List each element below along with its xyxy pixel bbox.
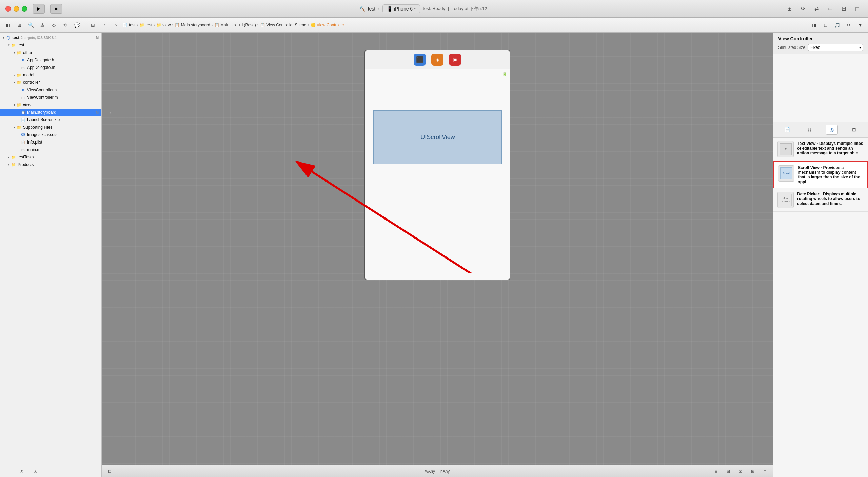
sidebar-item-main-storyboard[interactable]: 📋 Main.storyboard M bbox=[0, 109, 101, 116]
component-date-picker[interactable]: Jan1 2013 Date Picker - Displays multipl… bbox=[773, 188, 868, 212]
close-button[interactable] bbox=[5, 6, 11, 12]
appdelegate-m-label: AppDelegate.m bbox=[27, 65, 55, 70]
other-label: other bbox=[23, 50, 32, 55]
tab-grid[interactable]: ⊞ bbox=[848, 125, 860, 135]
scroll-view-component[interactable]: UIScrollView bbox=[373, 110, 502, 164]
model-label: model bbox=[23, 73, 34, 77]
issue-navigator-icon[interactable]: ⊞ bbox=[14, 20, 24, 30]
toggle-outline-icon[interactable]: ⊡ bbox=[104, 466, 115, 476]
sidebar-item-info-plist[interactable]: 📋 Info.plist bbox=[0, 138, 101, 146]
canvas-bottom-bar: ⊡ wAny hAny ⊞ ⊟ ⊠ ⊞ ◻ bbox=[102, 465, 773, 477]
folder-icon: 📁 bbox=[11, 42, 16, 48]
scroll-view-bold: Scroll View bbox=[798, 165, 820, 170]
maximize-button[interactable] bbox=[22, 6, 27, 12]
tab-circle[interactable]: ◎ bbox=[826, 125, 838, 135]
main-storyboard-label: Main.storyboard bbox=[27, 110, 56, 115]
sidebar-item-appdelegate-h[interactable]: h AppDelegate.h bbox=[0, 56, 101, 64]
filter-icon[interactable]: ⏱ bbox=[16, 467, 27, 477]
search-icon[interactable]: 🔍 bbox=[26, 20, 36, 30]
more-icon[interactable]: ▼ bbox=[855, 20, 865, 30]
refresh-icon[interactable]: ⟳ bbox=[797, 4, 808, 14]
folder-icon: 📁 bbox=[16, 102, 22, 108]
media-lib-icon[interactable]: 🎵 bbox=[832, 20, 842, 30]
tab-file[interactable]: 📄 bbox=[781, 125, 793, 135]
sidebar-item-launchscreen[interactable]: 📄 LaunchScreen.xib bbox=[0, 116, 101, 123]
sidebar-item-root[interactable]: ▾ ⬡ test 2 targets, iOS SDK 8.4 M bbox=[0, 34, 101, 41]
sidebar-item-images[interactable]: 🖼 Images.xcassets bbox=[0, 131, 101, 138]
scroll-view-label: UIScrollView bbox=[420, 134, 455, 141]
sidebar-item-testtests[interactable]: ▸ 📁 testTests bbox=[0, 153, 101, 161]
sidebar-icon[interactable]: ◧ bbox=[3, 20, 13, 30]
sidebar-item-appdelegate-m[interactable]: m AppDelegate.m bbox=[0, 64, 101, 71]
inspector-toggle-icon[interactable]: ◨ bbox=[809, 20, 819, 30]
breadcrumb-item-1[interactable]: test bbox=[129, 23, 135, 27]
grid-toggle-icon[interactable]: ⊞ bbox=[88, 20, 98, 30]
sidebar-item-test-group[interactable]: ▾ 📁 test bbox=[0, 41, 101, 49]
m-file-icon: m bbox=[20, 65, 26, 70]
m-file-icon: m bbox=[20, 95, 26, 100]
breadcrumb: 📄 test › 📁 test › 📁 view › 📋 Main.storyb… bbox=[122, 23, 808, 27]
fit-icon[interactable]: ◻ bbox=[760, 466, 770, 476]
date-picker-name: Date Picker - Displays multiple rotating… bbox=[797, 192, 864, 206]
resize-icon[interactable]: ⊠ bbox=[735, 466, 746, 476]
simulated-size-select[interactable]: Fixed ▾ bbox=[808, 44, 863, 51]
component-scroll-view[interactable]: Scroll Scroll View - Provides a mechanis… bbox=[773, 161, 868, 188]
component-text-view[interactable]: T Text View - Displays multiple lines of… bbox=[773, 138, 868, 161]
bookmark-icon[interactable]: ◇ bbox=[49, 20, 59, 30]
canvas-area[interactable]: → ⬛ ◈ ▣ 🔋 UIScrollView bbox=[102, 33, 773, 477]
constraint-icon[interactable]: ⊟ bbox=[723, 466, 734, 476]
warning-nav-icon[interactable]: ⚠ bbox=[30, 467, 41, 477]
separator: | bbox=[448, 6, 449, 11]
right-panel-title: View Controller bbox=[778, 36, 863, 41]
breadcrumb-item-7[interactable]: 🟡 View Controller bbox=[311, 23, 344, 27]
prev-icon[interactable]: ‹ bbox=[99, 20, 110, 30]
history-icon[interactable]: ⟲ bbox=[60, 20, 71, 30]
sidebar-item-view[interactable]: ▾ 📁 view bbox=[0, 101, 101, 109]
assistant-icon[interactable]: ◻ bbox=[852, 4, 863, 14]
stop-button[interactable]: ■ bbox=[50, 4, 62, 14]
sidebar-item-products[interactable]: ▸ 📁 Products bbox=[0, 161, 101, 168]
back-forward-icon[interactable]: ⇄ bbox=[811, 4, 822, 14]
breadcrumb-item-3[interactable]: 📁 view bbox=[156, 23, 171, 27]
breadcrumb-item-5[interactable]: 📋 Main.sto...rd (Base) bbox=[214, 23, 256, 27]
sidebar-item-other[interactable]: ▾ 📁 other bbox=[0, 49, 101, 56]
sidebar-item-model[interactable]: ▸ 📁 model bbox=[0, 71, 101, 79]
warning-icon[interactable]: ⚠ bbox=[37, 20, 47, 30]
chat-icon[interactable]: 💬 bbox=[72, 20, 82, 30]
plist-icon: 📋 bbox=[20, 139, 26, 145]
icon-red: ▣ bbox=[449, 54, 461, 66]
device-selector[interactable]: 📱 iPhone 6 ▾ bbox=[382, 4, 420, 13]
breadcrumb-item-6[interactable]: 📋 View Controller Scene bbox=[260, 23, 307, 27]
split-view-icon[interactable]: ⊟ bbox=[838, 4, 849, 14]
snip-icon[interactable]: ✂ bbox=[844, 20, 854, 30]
scroll-view-name: Scroll View - Provides a mechanism to di… bbox=[798, 165, 863, 184]
sidebar-toggle-icon[interactable]: ▭ bbox=[825, 4, 835, 14]
folder-icon: 📁 bbox=[16, 125, 22, 130]
info-plist-label: Info.plist bbox=[27, 140, 42, 145]
supporting-files-label: Supporting Files bbox=[23, 125, 53, 130]
controller-label: controller bbox=[23, 80, 40, 85]
title-bar: ▶ ■ 🔨 test › 📱 iPhone 6 ▾ test: Ready | … bbox=[0, 0, 868, 18]
root-badge: M bbox=[96, 36, 99, 40]
breadcrumb-item-4[interactable]: 📋 Main.storyboard bbox=[175, 23, 210, 27]
run-button[interactable]: ▶ bbox=[33, 4, 45, 14]
right-panel-spacer bbox=[773, 54, 868, 122]
tab-code[interactable]: {} bbox=[804, 125, 816, 135]
sidebar-item-controller[interactable]: ▾ 📁 controller bbox=[0, 79, 101, 86]
right-panel-header: View Controller Simulated Size Fixed ▾ bbox=[773, 33, 868, 54]
zoom-icon[interactable]: ⊞ bbox=[747, 466, 758, 476]
object-lib-icon[interactable]: □ bbox=[821, 20, 831, 30]
minimize-button[interactable] bbox=[14, 6, 19, 12]
add-item-button[interactable]: + bbox=[3, 467, 14, 477]
folder-icon: 📁 bbox=[11, 162, 16, 167]
appdelegate-h-label: AppDelegate.h bbox=[27, 58, 54, 62]
sidebar-item-viewcontroller-h[interactable]: h ViewController.h bbox=[0, 86, 101, 94]
sidebar-item-main-m[interactable]: m main.m bbox=[0, 146, 101, 153]
sidebar: ▾ ⬡ test 2 targets, iOS SDK 8.4 M ▾ 📁 te… bbox=[0, 33, 102, 477]
next-icon[interactable]: › bbox=[111, 20, 121, 30]
sidebar-item-viewcontroller-m[interactable]: m ViewController.m bbox=[0, 94, 101, 101]
grid-view-icon[interactable]: ⊞ bbox=[784, 4, 795, 14]
breadcrumb-item-2[interactable]: 📁 test bbox=[139, 23, 152, 27]
align-icon[interactable]: ⊞ bbox=[711, 466, 722, 476]
sidebar-item-supporting-files[interactable]: ▾ 📁 Supporting Files bbox=[0, 123, 101, 131]
